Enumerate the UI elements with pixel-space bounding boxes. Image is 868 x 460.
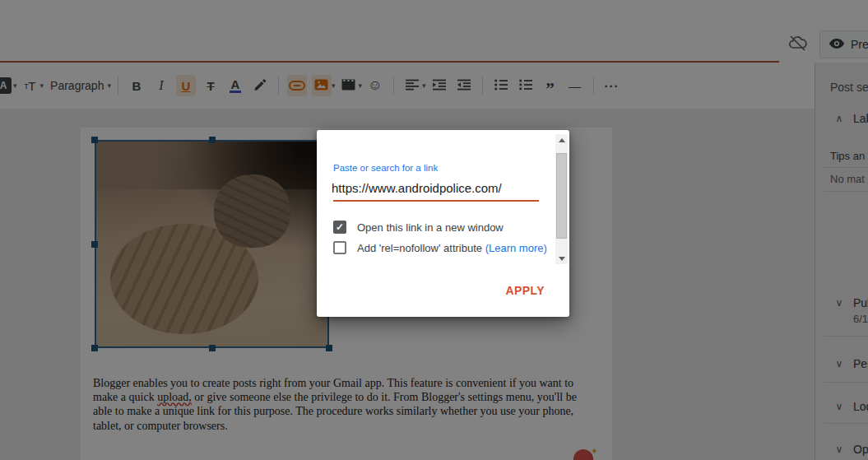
rel-nofollow-option[interactable]: Add 'rel=nofollow' attribute (Learn more…: [333, 241, 547, 254]
link-input-underline: [333, 200, 539, 202]
open-new-window-option[interactable]: ✓ Open this link in a new window: [333, 221, 504, 234]
link-input-label: Paste or search for a link: [333, 163, 438, 173]
checkbox-checked-icon[interactable]: ✓: [333, 221, 346, 234]
scrollbar-up-arrow[interactable]: [555, 134, 568, 146]
apply-button[interactable]: APPLY: [506, 284, 545, 297]
open-new-window-label: Open this link in a new window: [357, 221, 504, 234]
blogger-editor-page: Prev A ▾ тT ▾ Paragraph ▾ B I U T A: [0, 0, 868, 460]
insert-link-dialog: Paste or search for a link ✓ Open this l…: [317, 130, 569, 317]
scrollbar-thumb[interactable]: [556, 153, 567, 239]
scrollbar-down-arrow[interactable]: [555, 253, 568, 264]
dialog-scrollbar[interactable]: [555, 134, 568, 264]
learn-more-link[interactable]: (Learn more): [485, 242, 547, 254]
link-url-input[interactable]: [332, 178, 539, 197]
checkbox-unchecked-icon[interactable]: [333, 241, 346, 254]
rel-nofollow-label: Add 'rel=nofollow' attribute (Learn more…: [357, 242, 547, 254]
